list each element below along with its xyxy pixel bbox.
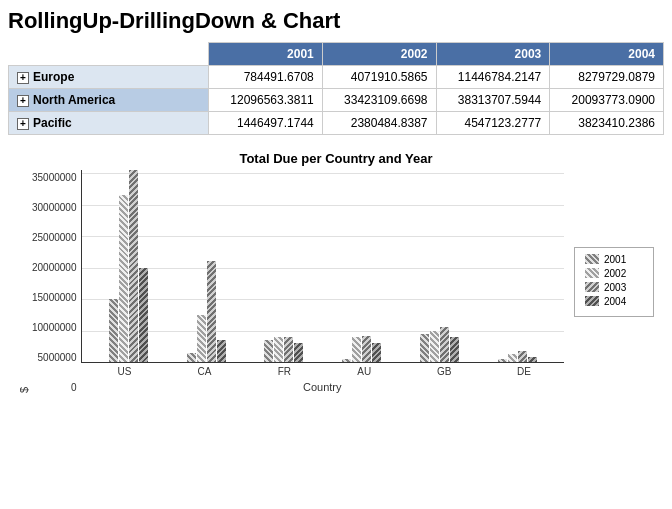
- bar-DE-2001: [498, 359, 507, 362]
- x-label-US: US: [85, 366, 165, 377]
- cell-pacific-0: 1446497.1744: [209, 112, 323, 135]
- row-label-north-america: +North America: [9, 89, 209, 112]
- x-label-CA: CA: [164, 366, 244, 377]
- x-label-GB: GB: [404, 366, 484, 377]
- y-axis-label: $: [18, 170, 30, 393]
- bar-group-AU: [323, 336, 401, 362]
- cell-north-america-1: 33423109.6698: [322, 89, 436, 112]
- cell-north-america-2: 38313707.5944: [436, 89, 550, 112]
- bar-group-US: [90, 170, 168, 362]
- bar-AU-2004: [372, 343, 381, 362]
- chart-area: 0500000010000000150000002000000025000000…: [32, 170, 564, 393]
- bar-FR-2003: [284, 337, 293, 362]
- y-tick: 10000000: [32, 323, 77, 333]
- bar-AU-2003: [362, 336, 371, 362]
- bar-DE-2002: [508, 354, 517, 362]
- chart-section: Total Due per Country and Year $ 0500000…: [8, 151, 664, 393]
- legend-item-2002: 2002: [585, 268, 643, 279]
- x-label-FR: FR: [244, 366, 324, 377]
- y-tick: 30000000: [32, 203, 77, 213]
- bar-FR-2002: [274, 337, 283, 362]
- cell-north-america-3: 20093773.0900: [550, 89, 664, 112]
- row-label-europe: +Europe: [9, 66, 209, 89]
- cell-europe-3: 8279729.0879: [550, 66, 664, 89]
- legend-item-2003: 2003: [585, 282, 643, 293]
- bar-GB-2003: [440, 327, 449, 362]
- x-label-DE: DE: [484, 366, 564, 377]
- bar-DE-2003: [518, 351, 527, 362]
- y-tick: 0: [32, 383, 77, 393]
- bar-group-GB: [401, 327, 479, 362]
- cell-pacific-2: 4547123.2777: [436, 112, 550, 135]
- legend-label-2003: 2003: [604, 282, 626, 293]
- cell-europe-2: 11446784.2147: [436, 66, 550, 89]
- year-header-2001: 2001: [209, 43, 323, 66]
- cell-europe-1: 4071910.5865: [322, 66, 436, 89]
- bar-CA-2002: [197, 315, 206, 362]
- bar-AU-2002: [352, 337, 361, 362]
- bars-container: [81, 170, 565, 363]
- bar-group-DE: [478, 351, 556, 362]
- legend-label-2004: 2004: [604, 296, 626, 307]
- bar-CA-2003: [207, 261, 216, 362]
- y-tick: 20000000: [32, 263, 77, 273]
- bar-CA-2004: [217, 340, 226, 362]
- legend-item-2001: 2001: [585, 254, 643, 265]
- cell-north-america-0: 12096563.3811: [209, 89, 323, 112]
- cell-pacific-3: 3823410.2386: [550, 112, 664, 135]
- x-axis-title: Country: [81, 381, 565, 393]
- bar-FR-2001: [264, 340, 273, 362]
- bar-GB-2004: [450, 337, 459, 362]
- expand-icon[interactable]: +: [17, 118, 29, 130]
- bar-US-2004: [139, 268, 148, 362]
- page-title: RollingUp-DrillingDown & Chart: [8, 8, 664, 34]
- bar-FR-2004: [294, 343, 303, 362]
- bar-AU-2001: [342, 359, 351, 362]
- year-header-2003: 2003: [436, 43, 550, 66]
- chart-title: Total Due per Country and Year: [18, 151, 654, 166]
- bar-DE-2004: [528, 357, 537, 362]
- bar-US-2002: [119, 195, 128, 362]
- cell-pacific-1: 2380484.8387: [322, 112, 436, 135]
- expand-icon[interactable]: +: [17, 72, 29, 84]
- bar-CA-2001: [187, 353, 196, 362]
- y-tick: 35000000: [32, 173, 77, 183]
- bar-US-2003: [129, 170, 138, 362]
- y-tick: 15000000: [32, 293, 77, 303]
- y-axis-labels: 0500000010000000150000002000000025000000…: [32, 173, 77, 393]
- bar-group-CA: [167, 261, 245, 362]
- data-table: 2001 2002 2003 2004 +Europe784491.670840…: [8, 42, 664, 135]
- y-tick: 5000000: [32, 353, 77, 363]
- year-header-2004: 2004: [550, 43, 664, 66]
- row-label-pacific: +Pacific: [9, 112, 209, 135]
- cell-europe-0: 784491.6708: [209, 66, 323, 89]
- y-tick: 25000000: [32, 233, 77, 243]
- legend-label-2001: 2001: [604, 254, 626, 265]
- x-labels: USCAFRAUGBDE: [81, 363, 565, 377]
- chart-legend: 2001200220032004: [574, 247, 654, 317]
- bar-GB-2001: [420, 334, 429, 362]
- expand-icon[interactable]: +: [17, 95, 29, 107]
- legend-label-2002: 2002: [604, 268, 626, 279]
- bar-US-2001: [109, 299, 118, 362]
- legend-item-2004: 2004: [585, 296, 643, 307]
- bar-group-FR: [245, 337, 323, 362]
- bar-GB-2002: [430, 331, 439, 362]
- year-header-2002: 2002: [322, 43, 436, 66]
- x-label-AU: AU: [324, 366, 404, 377]
